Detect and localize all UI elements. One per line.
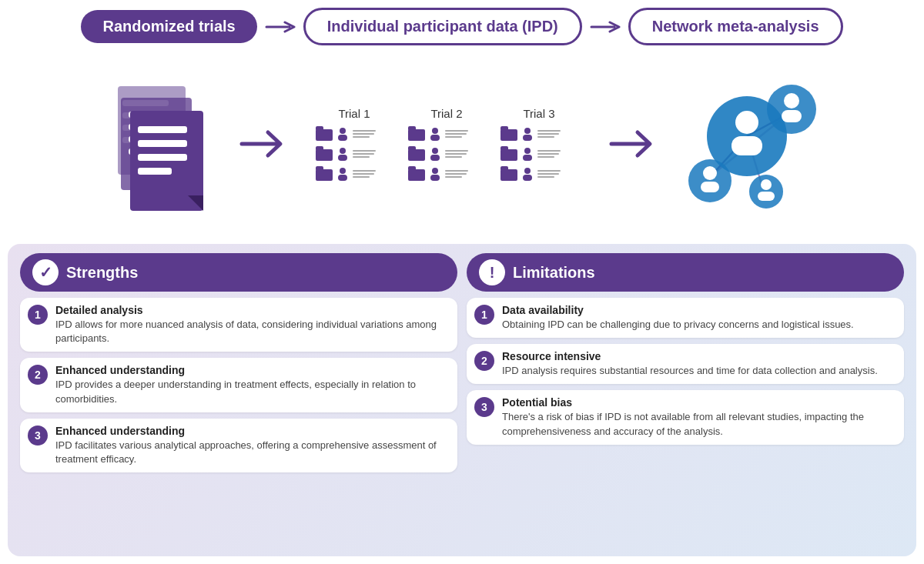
trial-1-row-3 [316, 166, 393, 182]
folder-icon-3 [316, 166, 334, 182]
limitation-text-1: Data availability Obtaining IPD can be c… [502, 304, 854, 332]
person-icon-t3-2 [522, 147, 533, 161]
svg-rect-48 [500, 169, 517, 181]
trial-3-row-1 [500, 126, 578, 142]
limitation-item-1: 1 Data availability Obtaining IPD can be… [467, 298, 904, 338]
svg-rect-33 [408, 146, 416, 151]
doc-front [130, 111, 207, 222]
strength-desc-1: IPD allows for more nuanced analysis of … [55, 318, 448, 345]
trial-1-col [316, 126, 393, 182]
strength-title-1: Detailed analysis [55, 304, 448, 316]
svg-point-42 [524, 128, 531, 134]
svg-rect-28 [408, 129, 425, 141]
trial-3-label: Trial 3 [500, 107, 578, 120]
limitation-item-2: 2 Resource intensive IPD analysis requir… [467, 344, 904, 384]
documents-group [100, 71, 223, 217]
svg-rect-45 [500, 146, 508, 151]
person-icon-t2-1 [430, 127, 440, 141]
svg-point-66 [761, 179, 772, 190]
svg-point-22 [340, 148, 346, 154]
folder-icon-t3-2 [500, 146, 519, 162]
svg-rect-58 [732, 136, 762, 155]
trial-2-col [408, 126, 485, 182]
trial-2-label: Trial 2 [408, 107, 485, 120]
strengths-label: Strengths [66, 264, 138, 282]
svg-rect-27 [338, 175, 347, 181]
limitation-title-3: Potential bias [502, 396, 895, 409]
strength-text-2: Enhanced understanding IPD provides a de… [55, 364, 448, 405]
limitation-item-3: 3 Potential bias There's a risk of bias … [467, 390, 904, 444]
strength-item-3: 3 Enhanced understanding IPD facilitates… [20, 419, 457, 472]
strength-desc-3: IPD facilitates various analytical appro… [55, 439, 448, 466]
person-icon-t3-1 [522, 127, 533, 141]
strength-item-2: 2 Enhanced understanding IPD provides a … [20, 358, 457, 412]
arrow-1 [257, 18, 303, 36]
svg-point-18 [340, 128, 346, 134]
svg-point-57 [735, 111, 758, 134]
svg-rect-12 [138, 140, 187, 147]
checkmark-icon: ✓ [39, 263, 52, 282]
limitation-desc-1: Obtaining IPD can be challenging due to … [502, 318, 854, 332]
svg-point-38 [432, 168, 438, 174]
person-icon-t3-3 [522, 167, 533, 181]
folder-icon-t2-2 [408, 146, 427, 162]
limitations-header: ! Limitations [467, 253, 904, 292]
limitation-number-3: 3 [474, 397, 494, 417]
strength-number-1: 1 [28, 305, 48, 325]
trial-1-row-1 [316, 126, 393, 142]
limitation-title-2: Resource intensive [502, 350, 878, 362]
svg-rect-67 [758, 192, 775, 201]
strengths-column: ✓ Strengths 1 Detailed analysis IPD allo… [20, 253, 457, 547]
trial-labels: Trial 1 Trial 2 Trial 3 [316, 107, 578, 120]
strength-number-3: 3 [28, 426, 48, 446]
svg-point-63 [703, 166, 717, 180]
strength-desc-2: IPD provides a deeper understanding in t… [55, 378, 448, 405]
strength-text-1: Detailed analysis IPD allows for more nu… [55, 304, 448, 345]
limitations-column: ! Limitations 1 Data availability Obtain… [467, 253, 904, 547]
svg-rect-36 [408, 169, 425, 181]
folder-icon-t3-1 [500, 126, 519, 142]
svg-rect-47 [523, 155, 532, 161]
trials-group: Trial 1 Trial 2 Trial 3 [300, 107, 593, 182]
svg-point-46 [524, 148, 531, 154]
svg-rect-44 [500, 149, 517, 161]
svg-rect-17 [316, 126, 323, 131]
trial-1-row-2 [316, 146, 393, 162]
limitation-text-2: Resource intensive IPD analysis requires… [502, 350, 878, 378]
svg-point-34 [432, 148, 438, 154]
svg-rect-32 [408, 149, 425, 161]
svg-point-60 [784, 93, 799, 108]
trial-2-row-1 [408, 126, 485, 142]
svg-rect-51 [523, 175, 532, 181]
bottom-section: ✓ Strengths 1 Detailed analysis IPD allo… [8, 244, 916, 556]
svg-rect-35 [430, 155, 440, 161]
svg-rect-11 [138, 126, 187, 133]
svg-rect-14 [138, 168, 172, 175]
limitations-label: Limitations [513, 264, 595, 282]
strength-item-1: 1 Detailed analysis IPD allows for more … [20, 298, 457, 352]
svg-rect-41 [500, 126, 508, 131]
svg-rect-31 [430, 135, 440, 141]
trial-2-row-3 [408, 166, 485, 182]
strength-text-3: Enhanced understanding IPD facilitates v… [55, 425, 448, 466]
pill-ipd: Individual participant data (IPD) [303, 8, 582, 45]
folder-icon-t3-3 [500, 166, 519, 182]
person-icon [337, 127, 348, 141]
trial-3-col [500, 126, 578, 182]
svg-rect-37 [408, 166, 416, 171]
folder-icon-t2-1 [408, 126, 427, 142]
document-stack [112, 78, 212, 209]
folder-icon-t2-3 [408, 166, 427, 182]
svg-point-30 [432, 128, 438, 134]
limitation-text-3: Potential bias There's a risk of bias if… [502, 396, 895, 438]
folder-icon [316, 126, 334, 142]
strength-title-2: Enhanced understanding [55, 364, 448, 376]
trial-2-row-2 [408, 146, 485, 162]
main-container: Randomized trials Individual participant… [0, 0, 924, 564]
svg-rect-43 [523, 135, 532, 141]
trial-1-label: Trial 1 [316, 107, 393, 120]
svg-rect-21 [316, 146, 323, 151]
svg-point-62 [688, 159, 732, 202]
limitation-number-1: 1 [474, 305, 494, 325]
limitations-badge: ! [479, 259, 505, 285]
